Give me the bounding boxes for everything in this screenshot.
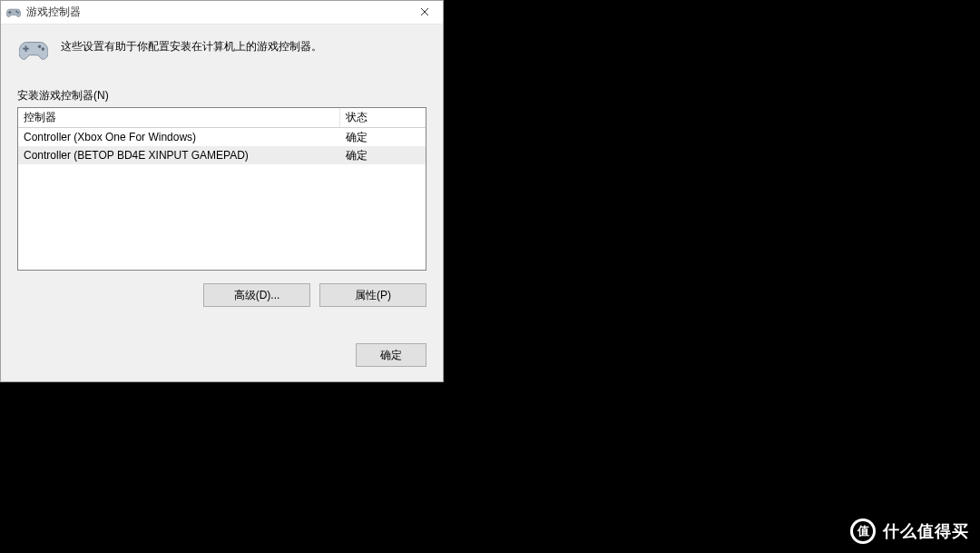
controller-name: Controller (Xbox One For Windows)	[18, 131, 340, 143]
controller-status: 确定	[340, 130, 426, 145]
dialog-title: 游戏控制器	[26, 5, 407, 20]
gamepad-large-icon	[19, 37, 48, 63]
svg-point-4	[38, 45, 41, 48]
svg-point-0	[15, 10, 17, 12]
gamepad-icon	[6, 5, 21, 20]
button-row-ok: 确定	[17, 343, 426, 367]
list-label: 安装游戏控制器(N)	[17, 88, 426, 104]
dialog-body: 这些设置有助于你配置安装在计算机上的游戏控制器。 安装游戏控制器(N) 控制器 …	[1, 25, 443, 381]
list-header: 控制器 状态	[18, 108, 426, 128]
close-button[interactable]	[407, 1, 443, 25]
svg-point-5	[42, 47, 44, 50]
properties-button[interactable]: 属性(P)	[319, 283, 426, 307]
watermark-badge: 值	[850, 518, 876, 544]
svg-rect-7	[23, 48, 29, 50]
game-controllers-dialog: 游戏控制器 这些设置有助于你配置安装在计算机上的游戏控制器。 安装游戏控制器(N…	[0, 0, 444, 382]
button-row-advanced-properties: 高级(D)... 属性(P)	[17, 283, 426, 307]
watermark-text: 什么值得买	[883, 520, 969, 542]
controller-name: Controller (BETOP BD4E XINPUT GAMEPAD)	[18, 149, 340, 162]
watermark-badge-text: 值	[853, 521, 873, 541]
list-row[interactable]: Controller (Xbox One For Windows) 确定	[18, 128, 426, 146]
svg-point-1	[17, 12, 19, 14]
close-icon	[420, 6, 429, 19]
description-text: 这些设置有助于你配置安装在计算机上的游戏控制器。	[61, 37, 322, 54]
column-header-controller[interactable]: 控制器	[18, 108, 340, 127]
description-row: 这些设置有助于你配置安装在计算机上的游戏控制器。	[17, 37, 426, 63]
controller-status: 确定	[340, 148, 426, 163]
ok-button[interactable]: 确定	[356, 343, 426, 367]
column-header-status[interactable]: 状态	[340, 108, 426, 127]
titlebar[interactable]: 游戏控制器	[1, 1, 443, 25]
controller-list[interactable]: 控制器 状态 Controller (Xbox One For Windows)…	[17, 107, 426, 271]
advanced-button[interactable]: 高级(D)...	[203, 283, 310, 307]
svg-rect-3	[8, 12, 11, 13]
watermark: 值 什么值得买	[850, 518, 969, 544]
list-row[interactable]: Controller (BETOP BD4E XINPUT GAMEPAD) 确…	[18, 146, 426, 164]
